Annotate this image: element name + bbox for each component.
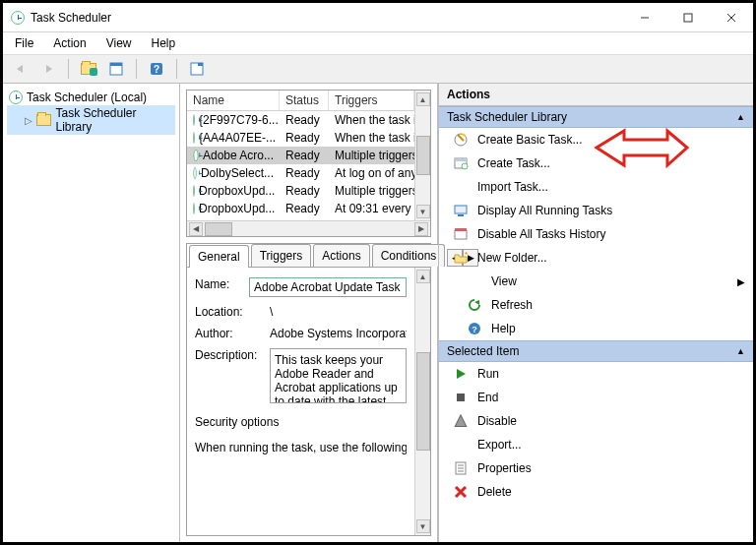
svg-rect-11 [198,63,203,66]
action-import-task[interactable]: Import Task... [439,175,753,199]
toolbar-folder-button[interactable] [77,58,100,80]
refresh-icon [467,297,482,313]
task-name: {AA4A07EE-... [199,131,276,145]
action-export[interactable]: Export... [439,433,753,456]
tab-conditions[interactable]: Conditions [372,244,446,267]
action-label: View [491,274,517,288]
action-label: Export... [477,438,522,452]
task-status: Ready [280,165,329,181]
action-label: Import Task... [477,180,548,194]
toolbar-help-button[interactable]: ? [145,58,168,80]
task-trigger: At log on of any [329,165,414,181]
action-label: Properties [477,461,532,475]
scroll-thumb[interactable] [416,352,430,451]
action-display-running[interactable]: Display All Running Tasks [439,199,753,222]
svg-rect-19 [455,230,467,239]
expand-icon[interactable]: ▷ [25,115,32,126]
svg-point-16 [462,163,468,169]
scroll-up-icon[interactable]: ▲ [416,92,430,106]
actions-section-library[interactable]: Task Scheduler Library ▲ [439,106,753,128]
app-icon [11,11,25,25]
tab-triggers[interactable]: Triggers [251,244,312,267]
task-row[interactable]: {AA4A07EE-... Ready When the task is [187,129,414,147]
scroll-down-icon[interactable]: ▼ [416,519,430,533]
name-label: Name: [195,277,243,291]
tree-library[interactable]: ▷ Task Scheduler Library [7,105,175,135]
svg-rect-17 [455,206,467,213]
submenu-arrow-icon: ▶ [737,276,745,287]
list-vertical-scrollbar[interactable]: ▲ ▼ [414,91,430,220]
task-icon [453,155,469,171]
run-icon [453,366,469,382]
blank-icon [453,179,469,195]
description-field[interactable] [270,348,407,403]
close-button[interactable] [710,3,753,31]
action-refresh[interactable]: Refresh [439,293,753,317]
action-properties[interactable]: Properties [439,456,753,480]
action-new-folder[interactable]: *New Folder... [439,246,753,270]
task-trigger: Multiple triggers [329,183,414,199]
scroll-right-icon[interactable]: ▶ [414,222,428,236]
task-row[interactable]: Adobe Acro... Ready Multiple triggers [187,147,414,164]
maximize-button[interactable] [666,3,710,31]
task-name: DolbySelect... [201,166,274,180]
task-row[interactable]: DropboxUpd... Ready At 09:31 every da [187,200,414,217]
tab-actions[interactable]: Actions [313,244,369,267]
tree-root[interactable]: Task Scheduler (Local) [7,90,175,105]
nav-back-button [9,58,32,80]
svg-rect-20 [455,228,467,231]
menu-file[interactable]: File [7,34,41,52]
blank-icon [453,437,469,453]
action-disable-history[interactable]: Disable All Tasks History [439,222,753,246]
scroll-thumb-h[interactable] [205,222,232,236]
menu-action[interactable]: Action [45,34,94,52]
minimize-button[interactable] [623,3,666,31]
menubar: File Action View Help [3,32,753,54]
action-help1[interactable]: ?Help [439,317,753,340]
menu-help[interactable]: Help [144,34,184,52]
task-row[interactable]: {2F997C79-6... Ready When the task is [187,111,414,129]
scroll-up-icon[interactable]: ▲ [416,270,430,283]
blank-icon [467,273,482,289]
wizard-icon [453,132,469,148]
scroll-left-icon[interactable]: ◀ [189,222,203,236]
toolbar-properties-button[interactable] [104,58,128,80]
action-run[interactable]: Run [439,362,753,386]
titlebar: Task Scheduler [3,3,753,32]
col-name[interactable]: Name [187,91,280,110]
svg-rect-1 [684,14,692,22]
description-label: Description: [195,348,264,362]
task-row[interactable]: DropboxUpd... Ready Multiple triggers [187,182,414,200]
scroll-down-icon[interactable]: ▼ [416,205,430,218]
details-vertical-scrollbar[interactable]: ▲ ▼ [414,268,430,535]
scroll-thumb[interactable] [416,136,430,175]
clock-icon [193,167,196,179]
svg-rect-15 [455,158,467,161]
action-create-basic-task[interactable]: Create Basic Task... [439,128,753,151]
toolbar-pane-button[interactable] [185,58,209,80]
col-triggers[interactable]: Triggers [329,91,414,110]
task-status: Ready [280,183,329,199]
svg-text:?: ? [472,325,477,334]
nav-forward-button [36,58,60,80]
middle-pane: Name Status Triggers {2F997C79-6... Read… [180,84,438,542]
action-end[interactable]: End [439,386,753,409]
task-status: Ready [280,112,329,128]
action-view[interactable]: View▶ [439,270,753,293]
menu-view[interactable]: View [98,34,140,52]
actions-section-selected[interactable]: Selected Item ▲ [439,340,753,362]
action-disable[interactable]: Disable [439,409,753,433]
action-create-task[interactable]: Create Task... [439,151,753,175]
window-title: Task Scheduler [31,11,111,25]
task-row[interactable]: DolbySelect... Ready At log on of any [187,164,414,182]
col-status[interactable]: Status [280,91,329,110]
name-field[interactable] [249,277,407,297]
action-label: New Folder... [477,251,547,265]
svg-marker-25 [457,369,466,379]
task-trigger: Multiple triggers [329,148,414,163]
tab-general[interactable]: General [189,245,249,268]
props-icon [453,460,469,476]
clock-icon [193,203,195,214]
action-delete[interactable]: Delete [439,480,753,504]
list-horizontal-scrollbar[interactable]: ◀ ▶ [187,220,430,236]
